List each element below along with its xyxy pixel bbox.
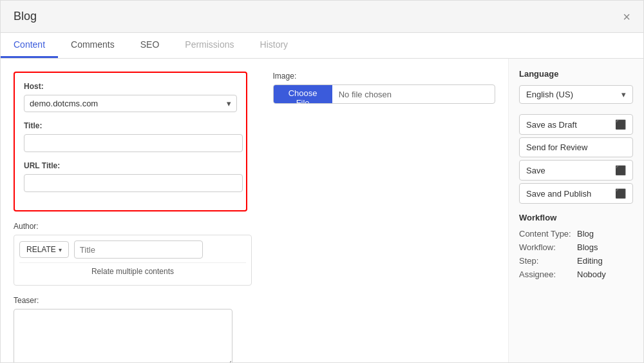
assignee-value: Nobody [577, 270, 606, 279]
language-section-title: Language [519, 69, 633, 79]
workflow-row-step: Step: Editing [519, 256, 633, 266]
language-dropdown[interactable]: English (US) ▾ [519, 85, 633, 104]
language-select-wrapper: English (US) ▾ [519, 85, 633, 104]
workflow-row-content-type: Content Type: Blog [519, 229, 633, 239]
host-value: demo.dotcms.com [30, 99, 222, 108]
workflow-row-assignee: Assignee: Nobody [519, 270, 633, 279]
modal-header: Blog × [1, 1, 643, 33]
blog-modal: Blog × Content Comments SEO Permissions … [0, 0, 644, 363]
host-dropdown[interactable]: demo.dotcms.com ▾ [24, 95, 237, 112]
highlighted-section: Host: demo.dotcms.com ▾ Title: URL Title… [14, 72, 247, 211]
save-draft-icon: ⬛ [615, 119, 626, 130]
title-label: Title: [24, 121, 237, 130]
image-section: Image: Choose File No file chosen [273, 72, 495, 104]
tab-bar: Content Comments SEO Permissions History [1, 33, 643, 59]
workflow-title: Workflow [519, 213, 633, 222]
save-button[interactable]: Save ⬛ [519, 160, 633, 181]
workflow-row-workflow: Workflow: Blogs [519, 242, 633, 252]
send-review-button[interactable]: Send for Review [519, 137, 633, 157]
content-type-key: Content Type: [519, 229, 577, 239]
author-label: Author: [14, 222, 252, 231]
teaser-textarea[interactable] [14, 309, 232, 362]
title-input[interactable] [24, 134, 243, 152]
relate-label: RELATE [26, 245, 56, 254]
file-name-display: No file chosen [332, 85, 495, 103]
step-key: Step: [519, 256, 577, 266]
step-value: Editing [577, 256, 603, 266]
url-title-field-group: URL Title: [24, 161, 237, 192]
relate-button[interactable]: RELATE ▾ [19, 241, 69, 258]
save-publish-button[interactable]: Save and Publish ⬛ [519, 183, 633, 204]
url-title-label: URL Title: [24, 161, 237, 170]
title-field-group: Title: [24, 121, 237, 152]
relate-multiple-link[interactable]: Relate multiple contents [19, 262, 246, 280]
teaser-section: Teaser: [14, 296, 495, 362]
save-icon: ⬛ [615, 165, 626, 175]
chevron-down-icon: ▾ [621, 90, 626, 99]
close-button[interactable]: × [623, 10, 630, 23]
top-row: Host: demo.dotcms.com ▾ Title: URL Title… [14, 72, 495, 222]
tab-seo[interactable]: SEO [128, 33, 173, 58]
modal-body: Host: demo.dotcms.com ▾ Title: URL Title… [1, 59, 643, 362]
save-publish-icon: ⬛ [615, 188, 626, 199]
author-section: Author: RELATE ▾ Relate multiple content… [14, 222, 252, 286]
save-draft-button[interactable]: Save as Draft ⬛ [519, 114, 633, 135]
workflow-value: Blogs [577, 242, 598, 252]
image-label: Image: [273, 72, 495, 81]
host-field-group: Host: demo.dotcms.com ▾ [24, 82, 237, 112]
language-value: English (US) [526, 90, 573, 99]
tab-comments[interactable]: Comments [58, 33, 128, 58]
title-field[interactable] [74, 240, 203, 259]
modal-title: Blog [14, 10, 37, 23]
workflow-section: Workflow Content Type: Blog Workflow: Bl… [519, 213, 633, 279]
content-type-value: Blog [577, 229, 594, 239]
assignee-key: Assignee: [519, 270, 577, 279]
tab-content[interactable]: Content [1, 33, 58, 58]
tab-permissions: Permissions [172, 33, 247, 58]
tab-history: History [247, 33, 301, 58]
choose-file-button[interactable]: Choose File [274, 85, 332, 103]
chevron-down-icon: ▾ [227, 99, 231, 108]
url-title-input[interactable] [24, 174, 243, 192]
relate-row: RELATE ▾ [19, 240, 246, 259]
teaser-label: Teaser: [14, 296, 495, 305]
host-label: Host: [24, 82, 237, 91]
chevron-down-icon: ▾ [59, 246, 62, 253]
file-chooser: Choose File No file chosen [273, 84, 495, 104]
workflow-key: Workflow: [519, 242, 577, 252]
sidebar: Language English (US) ▾ Save as Draft ⬛ … [508, 59, 643, 362]
main-content: Host: demo.dotcms.com ▾ Title: URL Title… [1, 59, 508, 362]
